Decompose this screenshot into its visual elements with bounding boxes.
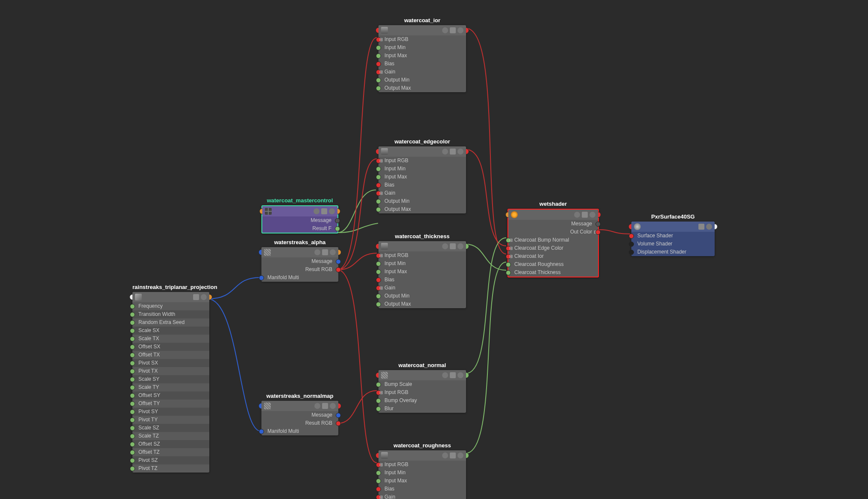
menu-icon[interactable] — [582, 212, 588, 218]
output-message: Message — [262, 216, 337, 225]
s-icon[interactable] — [442, 452, 448, 458]
node-watercoat-thickness[interactable]: watercoat_thickness ⊞Input RGBInput MinI… — [378, 233, 466, 308]
s-icon[interactable] — [442, 27, 448, 33]
menu-icon[interactable] — [450, 243, 456, 249]
s-icon[interactable] — [314, 208, 320, 214]
grid-icon — [265, 208, 272, 215]
collapse-icon[interactable] — [201, 294, 207, 300]
node-watercoat-normal[interactable]: watercoat_normal Bump Scale ⊞Input RGB B… — [378, 362, 466, 413]
param-scale-sx: Scale SX — [132, 327, 209, 335]
node-rainstreaks-triplanar-projection[interactable]: rainstreaks_triplanar_projection Frequen… — [132, 284, 209, 473]
param-input-max: Input Max — [378, 268, 466, 276]
node-wetshader[interactable]: wetshader Message Out Color⊞ ⊞Clearcoat … — [507, 201, 599, 277]
node-header[interactable] — [378, 25, 466, 35]
collapse-icon[interactable] — [706, 224, 712, 230]
param-bias: Bias — [378, 485, 466, 493]
param-gain: ⊞Gain — [378, 493, 466, 499]
node-title: wetshader — [507, 201, 599, 207]
node-header[interactable] — [631, 222, 715, 232]
menu-icon[interactable] — [321, 208, 327, 214]
node-watercoat-roughness[interactable]: watercoat_roughness ⊞Input RGBInput MinI… — [378, 442, 466, 499]
collapse-icon[interactable] — [457, 27, 463, 33]
node-watercoat-ior[interactable]: watercoat_ior ⊞Input RGBInput MinInput M… — [378, 17, 466, 92]
collapse-icon[interactable] — [589, 212, 595, 218]
node-header[interactable] — [378, 146, 466, 157]
param-offset-sx: Offset SX — [132, 343, 209, 351]
input-surface-shader: Surface Shader — [631, 232, 715, 240]
node-header[interactable] — [378, 241, 466, 251]
menu-icon[interactable] — [450, 149, 456, 155]
node-title: watercoat_ior — [378, 17, 466, 23]
node-header[interactable] — [262, 206, 337, 216]
node-watercoat-edgecolor[interactable]: watercoat_edgecolor ⊞Input RGBInput MinI… — [378, 138, 466, 213]
output-message: Message — [261, 257, 338, 266]
s-icon[interactable] — [314, 403, 320, 409]
s-icon[interactable] — [442, 243, 448, 249]
input-cc-edge-color: ⊞Clearcoat Edge Color — [508, 244, 598, 252]
param-bias: Bias — [378, 276, 466, 284]
collapse-icon[interactable] — [457, 243, 463, 249]
node-header[interactable] — [508, 210, 598, 220]
param-bump-overlay: Bump Overlay — [378, 397, 466, 405]
param-input-min: Input Min — [378, 44, 466, 52]
collapse-icon[interactable] — [330, 249, 336, 255]
param-frequency: Frequency — [132, 302, 209, 310]
param-bias: Bias — [378, 60, 466, 68]
s-icon[interactable] — [314, 249, 320, 255]
node-waterstreaks-normalmap[interactable]: waterstreaks_normalmap Message Result RG… — [261, 393, 338, 435]
node-title: waterstreaks_alpha — [261, 239, 338, 245]
output-message: Message — [261, 411, 338, 419]
node-title: watercoat_normal — [378, 362, 466, 368]
param-input-rgb: ⊞Input RGB — [378, 157, 466, 165]
menu-icon[interactable] — [698, 224, 704, 230]
node-header[interactable] — [261, 401, 338, 411]
star-icon — [511, 211, 518, 218]
output-result-rgb: Result RGB — [261, 419, 338, 427]
collapse-icon[interactable] — [457, 372, 463, 378]
node-header[interactable] — [132, 292, 209, 302]
param-pivot-sx: Pivot SX — [132, 359, 209, 367]
param-offset-sy: Offset SY — [132, 391, 209, 400]
collapse-icon[interactable] — [457, 149, 463, 155]
node-header[interactable] — [378, 450, 466, 461]
menu-icon[interactable] — [322, 403, 328, 409]
cube-icon — [135, 294, 142, 301]
param-input-rgb: ⊞Input RGB — [378, 388, 466, 397]
collapse-icon[interactable] — [330, 403, 336, 409]
param-scale-ty: Scale TY — [132, 383, 209, 391]
node-title: watercoat_mastercontrol — [261, 197, 338, 204]
menu-icon[interactable] — [450, 452, 456, 458]
param-scale-tz: Scale TZ — [132, 432, 209, 440]
collapse-icon[interactable] — [329, 208, 335, 214]
s-icon[interactable] — [574, 212, 580, 218]
menu-icon[interactable] — [322, 249, 328, 255]
node-header[interactable] — [261, 247, 338, 257]
param-offset-tz: Offset TZ — [132, 448, 209, 456]
param-output-min: Output Min — [378, 76, 466, 84]
param-input-rgb: ⊞Input RGB — [378, 461, 466, 469]
node-title: watercoat_edgecolor — [378, 138, 466, 145]
param-pivot-tz: Pivot TZ — [132, 464, 209, 473]
texture-icon — [381, 372, 388, 379]
s-icon[interactable] — [442, 149, 448, 155]
param-gain: ⊞Gain — [378, 284, 466, 292]
node-title: rainstreaks_triplanar_projection — [132, 284, 209, 290]
menu-icon[interactable] — [450, 372, 456, 378]
node-waterstreaks-alpha[interactable]: waterstreaks_alpha Message Result RGB Ma… — [261, 239, 338, 282]
sg-icon — [634, 223, 641, 230]
collapse-icon[interactable] — [457, 452, 463, 458]
node-watercoat-mastercontrol[interactable]: watercoat_mastercontrol Message Result F — [261, 197, 338, 233]
param-scale-sy: Scale SY — [132, 375, 209, 383]
param-input-max: Input Max — [378, 173, 466, 181]
node-pxrsurface40sg[interactable]: PxrSurface40SG Surface Shader Volume Sha… — [631, 213, 715, 256]
node-title: waterstreaks_normalmap — [261, 393, 338, 399]
input-cc-thickness: Clearcoat Thickness — [508, 268, 598, 277]
param-output-max: Output Max — [378, 84, 466, 92]
param-scale-tx: Scale TX — [132, 335, 209, 343]
menu-icon[interactable] — [193, 294, 199, 300]
menu-icon[interactable] — [450, 27, 456, 33]
output-message: Message — [508, 220, 598, 228]
node-header[interactable] — [378, 370, 466, 380]
s-icon[interactable] — [442, 372, 448, 378]
param-input-min: Input Min — [378, 260, 466, 268]
